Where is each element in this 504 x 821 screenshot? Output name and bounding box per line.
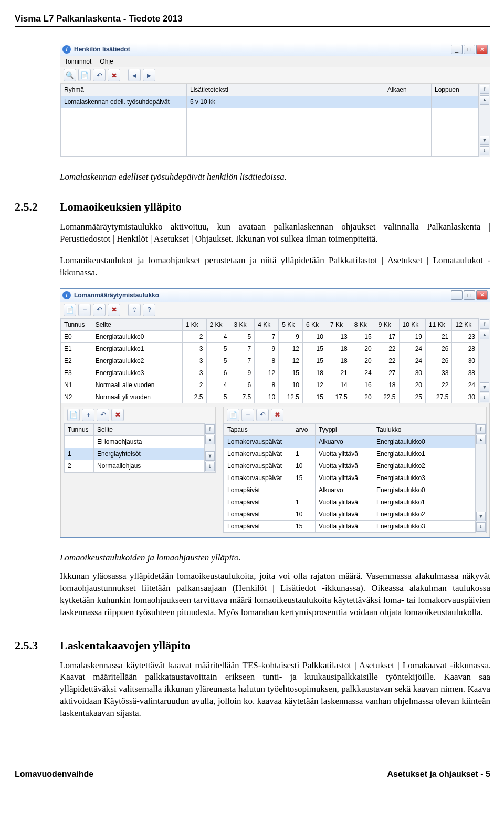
scrollbar[interactable]: ⤒ ▲ ▼ ⤓ bbox=[479, 318, 490, 403]
grid-row[interactable]: Lomapäivät10Vuotta ylittäväEnergiatauluk… bbox=[224, 508, 475, 520]
menu-ohje[interactable]: Ohje bbox=[100, 58, 113, 65]
search-icon[interactable]: 🔍 bbox=[64, 69, 76, 81]
grid-row[interactable]: N2Normaali yli vuoden2.557.51012.51517.5… bbox=[61, 391, 479, 403]
scroll-down-icon[interactable]: ▼ bbox=[205, 451, 215, 461]
delete-icon[interactable]: ✖ bbox=[271, 409, 284, 421]
cell: E0 bbox=[61, 330, 92, 342]
scroll-bottom-icon[interactable]: ⤓ bbox=[480, 146, 489, 155]
addrow-icon[interactable]: ＋ bbox=[242, 409, 254, 421]
maximize-button[interactable]: □ bbox=[464, 290, 475, 300]
col-header[interactable]: 5 Kk bbox=[279, 318, 303, 330]
export-icon[interactable]: ⇪ bbox=[128, 304, 141, 316]
col-header[interactable]: 8 Kk bbox=[351, 318, 375, 330]
grid-row[interactable]: Lomakorvauspäivät10Vuotta ylittäväEnergi… bbox=[224, 460, 475, 472]
col-alkaen[interactable]: Alkaen bbox=[384, 84, 432, 96]
grid-row[interactable]: E0Energiataulukko02457910131517192123 bbox=[61, 330, 479, 342]
scroll-top-icon[interactable]: ⤒ bbox=[480, 85, 489, 94]
grid-row[interactable] bbox=[61, 108, 479, 120]
col-header[interactable]: Taulukko bbox=[373, 423, 475, 435]
col-header[interactable]: 4 Kk bbox=[255, 318, 279, 330]
col-header[interactable]: 7 Kk bbox=[327, 318, 351, 330]
col-header[interactable]: 3 Kk bbox=[230, 318, 255, 330]
scroll-top-icon[interactable]: ⤒ bbox=[480, 319, 489, 329]
grid-row[interactable]: 2Normaaliohjaus bbox=[65, 460, 204, 472]
scroll-down-icon[interactable]: ▼ bbox=[480, 136, 489, 145]
grid-row[interactable]: 1Energiayhteisöt bbox=[65, 448, 204, 460]
new-icon[interactable]: 📄 bbox=[78, 69, 91, 81]
col-header[interactable]: Tapaus bbox=[224, 423, 292, 435]
scroll-up-icon[interactable]: ▲ bbox=[476, 435, 486, 444]
next-icon[interactable]: ► bbox=[143, 69, 155, 81]
prev-icon[interactable]: ◄ bbox=[128, 69, 141, 81]
minimize-button[interactable]: _ bbox=[451, 290, 463, 300]
scroll-up-icon[interactable]: ▲ bbox=[205, 435, 215, 444]
scroll-down-icon[interactable]: ▼ bbox=[476, 512, 486, 521]
undo-icon[interactable]: ↶ bbox=[256, 409, 269, 421]
close-button[interactable]: ✕ bbox=[476, 290, 488, 300]
col-loppuen[interactable]: Loppuen bbox=[432, 84, 479, 96]
grid-row[interactable]: E2Energiataulukko235781215182022242630 bbox=[61, 355, 479, 367]
scrollbar[interactable]: ⤒ ▲ ▼ ⤓ bbox=[479, 84, 490, 157]
undo-icon[interactable]: ↶ bbox=[93, 69, 106, 81]
scroll-up-icon[interactable]: ▲ bbox=[480, 330, 489, 339]
close-button[interactable]: ✕ bbox=[476, 45, 488, 54]
new-icon[interactable]: 📄 bbox=[64, 304, 76, 316]
col-header[interactable]: Selite bbox=[92, 318, 182, 330]
scroll-up-icon[interactable]: ▲ bbox=[480, 95, 489, 105]
grid-row[interactable]: Lomakorvauspäivät15Vuotta ylittäväEnergi… bbox=[224, 472, 475, 484]
scrollbar[interactable]: ⤒ ▲ ▼ ⤓ bbox=[475, 423, 486, 533]
titlebar[interactable]: i Henkilön lisätiedot _ □ ✕ bbox=[60, 43, 490, 56]
col-header[interactable]: 6 Kk bbox=[303, 318, 327, 330]
col-lisatieto[interactable]: Lisätietoteksti bbox=[187, 84, 384, 96]
col-header[interactable]: 12 Kk bbox=[452, 318, 479, 330]
scrollbar[interactable]: ⤒ ▲ ▼ ⤓ bbox=[204, 423, 215, 472]
col-header[interactable]: 2 Kk bbox=[206, 318, 230, 330]
grid-row[interactable]: Lomapäivät1Vuotta ylittäväEnergiataulukk… bbox=[224, 496, 475, 508]
cell: 38 bbox=[452, 367, 479, 379]
grid-row[interactable]: E1Energiataulukko135791215182022242628 bbox=[61, 342, 479, 355]
grid-row[interactable]: Lomapäivät15Vuotta ylittäväEnergiatauluk… bbox=[224, 520, 475, 532]
undo-icon[interactable]: ↶ bbox=[93, 304, 106, 316]
scroll-bottom-icon[interactable]: ⤓ bbox=[476, 522, 486, 532]
col-header[interactable]: 1 Kk bbox=[182, 318, 206, 330]
scroll-top-icon[interactable]: ⤒ bbox=[476, 424, 486, 434]
col-header[interactable]: 10 Kk bbox=[399, 318, 425, 330]
menu-toiminnot[interactable]: Toiminnot bbox=[65, 58, 91, 65]
col-header[interactable]: 11 Kk bbox=[426, 318, 452, 330]
minimize-button[interactable]: _ bbox=[451, 45, 463, 54]
col-header[interactable]: Tyyppi bbox=[316, 423, 373, 435]
cell: 30 bbox=[452, 355, 479, 367]
col-ryhma[interactable]: Ryhmä bbox=[61, 84, 187, 96]
col-header[interactable]: Tunnus bbox=[65, 423, 94, 435]
grid-row[interactable] bbox=[61, 120, 479, 132]
grid-row[interactable]: E3Energiataulukko3369121518212427303338 bbox=[61, 367, 479, 379]
maximize-button[interactable]: □ bbox=[464, 45, 475, 54]
grid-row[interactable]: Ei lomaohjausta bbox=[65, 435, 204, 448]
help-icon[interactable]: ? bbox=[143, 304, 155, 316]
grid-row[interactable] bbox=[61, 144, 479, 157]
grid-row[interactable] bbox=[61, 132, 479, 144]
delete-icon[interactable]: ✖ bbox=[108, 69, 120, 81]
col-header[interactable]: 9 Kk bbox=[375, 318, 399, 330]
grid-row[interactable]: LomakorvauspäivätAlkuarvoEnergiataulukko… bbox=[224, 435, 475, 448]
col-header[interactable]: Tunnus bbox=[61, 318, 92, 330]
col-header[interactable]: arvo bbox=[292, 423, 316, 435]
titlebar[interactable]: i Lomanmääräytymistaulukko _ □ ✕ bbox=[60, 289, 490, 302]
app-icon: i bbox=[62, 291, 71, 299]
scroll-top-icon[interactable]: ⤒ bbox=[205, 424, 215, 434]
undo-icon[interactable]: ↶ bbox=[97, 409, 109, 421]
grid-row[interactable]: N1Normaali alle vuoden246810121416182022… bbox=[61, 379, 479, 391]
grid-row[interactable]: LomapäivätAlkuarvoEnergiataulukko0 bbox=[224, 484, 475, 496]
delete-icon[interactable]: ✖ bbox=[111, 409, 124, 421]
addrow-icon[interactable]: ＋ bbox=[78, 304, 91, 316]
new-icon[interactable]: 📄 bbox=[227, 409, 239, 421]
delete-icon[interactable]: ✖ bbox=[108, 304, 120, 316]
addrow-icon[interactable]: ＋ bbox=[82, 409, 94, 421]
new-icon[interactable]: 📄 bbox=[67, 409, 80, 421]
grid-row[interactable]: Lomalaskennan edell. työsuhdepäivät 5 v … bbox=[61, 96, 479, 108]
scroll-down-icon[interactable]: ▼ bbox=[480, 382, 489, 392]
col-header[interactable]: Selite bbox=[94, 423, 204, 435]
scroll-bottom-icon[interactable]: ⤓ bbox=[205, 462, 215, 471]
grid-row[interactable]: Lomakorvauspäivät1Vuotta ylittäväEnergia… bbox=[224, 448, 475, 460]
scroll-bottom-icon[interactable]: ⤓ bbox=[480, 393, 489, 402]
